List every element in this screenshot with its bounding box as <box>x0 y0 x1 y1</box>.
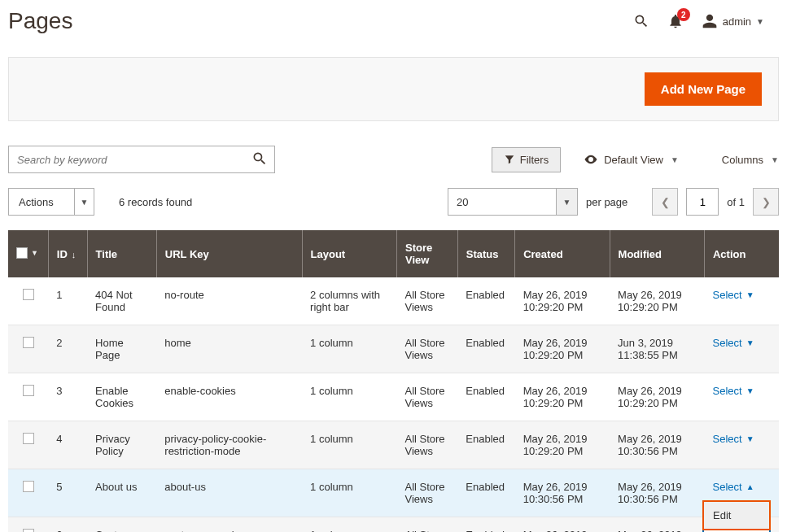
page-size-select[interactable]: 20 ▼ <box>448 188 578 216</box>
current-page-input[interactable] <box>686 188 719 216</box>
controls-right: Filters Default View ▼ Columns ▼ <box>492 147 779 172</box>
cell-status: Enabled <box>457 325 514 373</box>
col-modified[interactable]: Modified <box>610 230 704 277</box>
cell-store-view: All Store Views <box>396 325 457 373</box>
cell-modified: May 26, 2019 10:30:56 PM <box>610 469 704 517</box>
cell-layout: 1 column <box>302 469 396 517</box>
row-checkbox-cell <box>8 373 48 421</box>
cell-id: 4 <box>48 421 87 469</box>
row-action-select[interactable]: Select ▼ <box>712 337 754 349</box>
bulk-actions-select[interactable]: Actions ▼ <box>8 188 94 216</box>
header-actions: 2 admin ▼ <box>633 13 764 29</box>
row-checkbox[interactable] <box>23 289 34 300</box>
search-icon[interactable] <box>633 13 649 29</box>
row-action-select[interactable]: Select ▲ <box>712 481 754 493</box>
columns-control[interactable]: Columns ▼ <box>702 152 779 167</box>
row-action-menu: Edit Delete View <box>702 500 771 532</box>
cell-layout: 2 columns with right bar <box>302 277 396 325</box>
controls-row: Filters Default View ▼ Columns ▼ <box>8 146 779 173</box>
search-box[interactable] <box>8 146 275 173</box>
col-checkbox[interactable]: ▼ <box>8 230 48 277</box>
row-checkbox[interactable] <box>23 385 34 396</box>
chevron-down-icon[interactable]: ▼ <box>556 189 577 215</box>
row-action-select[interactable]: Select ▼ <box>712 289 754 301</box>
row-checkbox-cell <box>8 277 48 325</box>
row-checkbox[interactable] <box>23 529 34 532</box>
cell-status: Enabled <box>457 469 514 517</box>
chevron-down-icon: ▼ <box>671 155 679 164</box>
table-row[interactable]: 3 Enable Cookies enable-cookies 1 column… <box>8 373 779 421</box>
cell-status: Enabled <box>457 517 514 533</box>
cell-layout: 1 column <box>302 421 396 469</box>
col-layout[interactable]: Layout <box>302 230 396 277</box>
col-url-key[interactable]: URL Key <box>156 230 302 277</box>
cell-created: May 26, 2019 10:29:20 PM <box>515 277 610 325</box>
cell-title: Customer Service <box>87 517 156 533</box>
chevron-up-icon: ▲ <box>746 482 754 491</box>
prev-page-button[interactable]: ❮ <box>652 188 678 216</box>
search-submit-icon[interactable] <box>251 150 268 169</box>
funnel-icon <box>504 154 515 165</box>
row-checkbox[interactable] <box>23 481 34 492</box>
pager: 20 ▼ per page ❮ of 1 ❯ <box>448 188 779 216</box>
cell-id: 5 <box>48 469 87 517</box>
row-checkbox[interactable] <box>23 433 34 444</box>
col-status[interactable]: Status <box>457 230 514 277</box>
row-checkbox-cell <box>8 325 48 373</box>
per-page-label: per page <box>586 196 627 208</box>
cell-action: Select ▼ <box>704 421 779 469</box>
table-row[interactable]: 5 About us about-us 1 column All Store V… <box>8 469 779 517</box>
row-action-select[interactable]: Select ▼ <box>712 433 754 445</box>
cell-modified: Jun 3, 2019 11:38:55 PM <box>610 325 704 373</box>
cell-action: Select ▼ <box>704 373 779 421</box>
eye-icon <box>584 152 598 167</box>
col-store-view[interactable]: Store View <box>396 230 457 277</box>
cell-id: 1 <box>48 277 87 325</box>
search-input[interactable] <box>15 153 251 167</box>
cell-url-key: home <box>156 325 302 373</box>
cell-modified: May 26, 2019 10:29:20 PM <box>610 277 704 325</box>
cell-id: 6 <box>48 517 87 533</box>
default-view-label: Default View <box>604 154 663 166</box>
page-title: Pages <box>8 8 72 34</box>
chevron-down-icon: ▼ <box>746 290 754 299</box>
user-icon <box>702 13 718 29</box>
col-title[interactable]: Title <box>87 230 156 277</box>
table-row[interactable]: 4 Privacy Policy privacy-policy-cookie-r… <box>8 421 779 469</box>
table-row[interactable]: 1 404 Not Found no-route 2 columns with … <box>8 277 779 325</box>
cell-url-key: privacy-policy-cookie-restriction-mode <box>156 421 302 469</box>
chevron-down-icon[interactable]: ▼ <box>31 249 38 257</box>
default-view-control[interactable]: Default View ▼ <box>584 152 679 167</box>
cell-layout: 1 column <box>302 373 396 421</box>
pages-grid: ▼ ID↓ Title URL Key Layout Store View St… <box>8 230 779 532</box>
chevron-down-icon: ▼ <box>756 17 764 26</box>
cell-url-key: customer-service <box>156 517 302 533</box>
cell-store-view: All Store Views <box>396 421 457 469</box>
records-found: 6 records found <box>119 196 192 208</box>
filters-button[interactable]: Filters <box>492 147 561 172</box>
col-created[interactable]: Created <box>515 230 610 277</box>
row-checkbox[interactable] <box>23 337 34 348</box>
second-controls-row: Actions ▼ 6 records found 20 ▼ per page … <box>8 188 779 216</box>
row-action-select[interactable]: Select ▼ <box>712 385 754 397</box>
cell-url-key: about-us <box>156 469 302 517</box>
table-row[interactable]: 6 Customer Service customer-service 1 co… <box>8 517 779 533</box>
chevron-down-icon: ▼ <box>771 155 779 164</box>
row-action-delete[interactable]: Delete <box>704 529 769 532</box>
sort-down-icon: ↓ <box>72 250 77 259</box>
cell-store-view: All Store Views <box>396 469 457 517</box>
row-action-edit[interactable]: Edit <box>702 500 771 530</box>
cell-modified: May 26, 2019 10:30:56 PM <box>610 421 704 469</box>
notifications-icon[interactable]: 2 <box>667 13 684 29</box>
col-id[interactable]: ID↓ <box>48 230 87 277</box>
chevron-down-icon: ▼ <box>746 338 754 347</box>
cell-title: About us <box>87 469 156 517</box>
cell-store-view: All Store Views <box>396 517 457 533</box>
chevron-down-icon[interactable]: ▼ <box>74 189 94 215</box>
user-menu[interactable]: admin ▼ <box>702 13 764 29</box>
next-page-button[interactable]: ❯ <box>753 188 779 216</box>
table-row[interactable]: 2 Home Page home 1 column All Store View… <box>8 325 779 373</box>
row-checkbox-cell <box>8 469 48 517</box>
select-all-checkbox[interactable] <box>16 247 28 259</box>
add-new-page-button[interactable]: Add New Page <box>645 72 762 106</box>
